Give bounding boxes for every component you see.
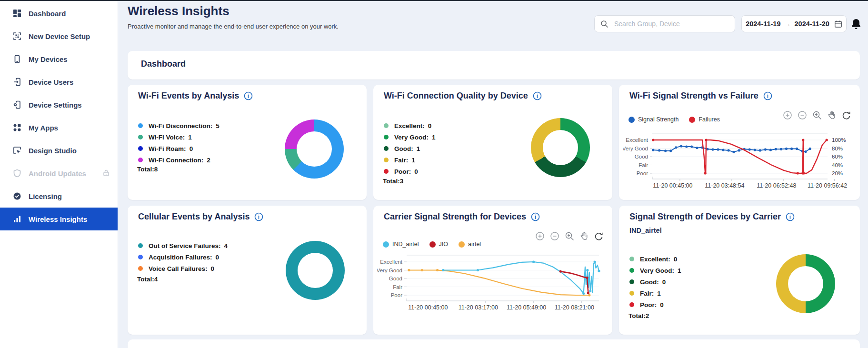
zoom-select-icon[interactable] bbox=[812, 110, 822, 120]
donut-chart-cellular-events[interactable] bbox=[286, 241, 345, 300]
sidebar-item-my-devices[interactable]: My Devices bbox=[0, 48, 118, 70]
search-box[interactable] bbox=[594, 15, 735, 32]
pan-icon[interactable] bbox=[827, 110, 837, 120]
next-section-card-partial bbox=[128, 339, 860, 348]
svg-text:11-20 00:45:00: 11-20 00:45:00 bbox=[408, 304, 448, 311]
series-legend-item[interactable]: Failures bbox=[689, 116, 719, 123]
sidebar-item-label: Design Studio bbox=[29, 147, 77, 155]
zoom-out-icon[interactable] bbox=[798, 110, 807, 120]
sidebar-item-my-apps[interactable]: My Apps bbox=[0, 116, 118, 139]
series-legend-dot bbox=[689, 117, 695, 123]
series-legend-item[interactable]: airtel bbox=[459, 241, 481, 248]
lock-icon bbox=[102, 169, 110, 178]
card-wifi-connection-quality: Wi-Fi Connection Quality by Device Excel… bbox=[373, 85, 612, 200]
info-icon[interactable] bbox=[531, 212, 540, 221]
series-legend-label: JIO bbox=[439, 241, 448, 248]
section-title: Dashboard bbox=[141, 59, 186, 69]
total-label: Total:8 bbox=[137, 166, 158, 173]
series-legend-item[interactable]: Signal Strength bbox=[629, 116, 678, 123]
line-chart-signal-vs-failure[interactable]: Excellent100%Very Good80%Good60%Fair40%P… bbox=[623, 129, 852, 200]
sidebar-item-dashboard[interactable]: Dashboard bbox=[0, 2, 118, 25]
calendar-icon bbox=[834, 20, 842, 28]
legend-dot bbox=[138, 158, 143, 162]
date-to: 2024-11-20 bbox=[795, 20, 829, 28]
pan-icon[interactable] bbox=[579, 231, 589, 241]
legend-value: 1 bbox=[432, 134, 436, 141]
phone-icon bbox=[12, 54, 22, 64]
series-legend-dot bbox=[429, 241, 436, 248]
info-icon[interactable] bbox=[254, 212, 263, 221]
zoom-select-icon[interactable] bbox=[565, 231, 574, 241]
sidebar-item-wireless-insights[interactable]: Wireless Insights bbox=[0, 208, 118, 230]
legend-value: 5 bbox=[216, 122, 219, 129]
design-studio-icon bbox=[12, 146, 22, 155]
date-range-picker[interactable]: 2024-11-19 → 2024-11-20 bbox=[741, 15, 847, 32]
sidebar-item-label: Device Users bbox=[29, 78, 73, 86]
sidebar-item-android-updates[interactable]: Android Updates bbox=[0, 162, 118, 185]
donut-legend: Excellent:0Very Good:1Good:1Fair:1Poor:0 bbox=[384, 120, 436, 177]
card-title: Wi-Fi Signal Strength vs Failure bbox=[629, 91, 758, 101]
apps-icon bbox=[12, 123, 22, 132]
zoom-in-icon[interactable] bbox=[783, 110, 792, 120]
svg-text:Excellent: Excellent bbox=[626, 137, 648, 143]
info-icon[interactable] bbox=[244, 91, 253, 100]
legend-dot bbox=[629, 257, 634, 261]
sidebar: Dashboard New Device Setup My Devices De… bbox=[0, 1, 118, 348]
donut-chart-connection-quality[interactable] bbox=[531, 118, 590, 177]
donut-legend: Out of Service Failures:4Acquisition Fai… bbox=[138, 240, 228, 274]
legend-label: Poor: bbox=[394, 168, 411, 175]
svg-text:Fair: Fair bbox=[639, 162, 648, 168]
card-signal-strength-by-carrier: Signal Strength of Devices by Carrier IN… bbox=[619, 206, 860, 335]
legend-item: Fair:1 bbox=[629, 288, 681, 299]
info-icon[interactable] bbox=[533, 91, 542, 100]
license-badge-icon bbox=[12, 191, 22, 201]
sidebar-item-new-device-setup[interactable]: New Device Setup bbox=[0, 25, 118, 48]
legend-label: Excellent: bbox=[394, 122, 425, 129]
series-legend-label: airtel bbox=[468, 241, 481, 248]
svg-text:11-20 00:45:00: 11-20 00:45:00 bbox=[653, 182, 692, 189]
donut-chart-carrier-signal[interactable] bbox=[776, 254, 835, 313]
chart-toolbar bbox=[535, 231, 604, 241]
sidebar-item-licensing[interactable]: Licensing bbox=[0, 185, 118, 208]
legend-label: Poor: bbox=[640, 301, 657, 308]
search-input[interactable] bbox=[613, 20, 729, 28]
legend-dot bbox=[138, 123, 143, 128]
sidebar-item-label: Wireless Insights bbox=[29, 215, 87, 223]
card-cellular-events-by-analysis: Cellular Events by Analysis Out of Servi… bbox=[128, 206, 367, 335]
card-title: Cellular Events by Analysis bbox=[138, 212, 249, 222]
donut-chart-wifi-events[interactable] bbox=[285, 119, 344, 179]
legend-dot bbox=[384, 135, 389, 139]
device-settings-icon bbox=[12, 100, 22, 109]
legend-dot bbox=[138, 146, 143, 151]
legend-item: Wi-Fi Disconnection:5 bbox=[138, 120, 219, 131]
dashboard-section-bar: Dashboard bbox=[128, 51, 860, 80]
legend-dot bbox=[384, 123, 389, 128]
info-icon[interactable] bbox=[763, 91, 772, 100]
bar-chart-icon bbox=[12, 214, 22, 224]
reset-icon[interactable] bbox=[594, 231, 604, 241]
notification-bell-icon[interactable] bbox=[850, 18, 862, 30]
legend-value: 2 bbox=[207, 157, 210, 164]
series-legend-item[interactable]: JIO bbox=[429, 241, 448, 248]
chart-toolbar bbox=[783, 110, 851, 120]
donut-legend: Wi-Fi Disconnection:5Wi-Fi Voice:1Wi-Fi … bbox=[138, 120, 219, 166]
zoom-in-icon[interactable] bbox=[535, 231, 545, 241]
sidebar-item-design-studio[interactable]: Design Studio bbox=[0, 139, 118, 162]
svg-text:Good: Good bbox=[635, 154, 648, 159]
legend-label: Excellent: bbox=[640, 256, 670, 263]
info-icon[interactable] bbox=[786, 212, 795, 221]
page-title: Wireless Insights bbox=[128, 4, 229, 19]
legend-value: 0 bbox=[674, 256, 678, 263]
svg-text:11-20 03:17:00: 11-20 03:17:00 bbox=[459, 304, 498, 311]
zoom-out-icon[interactable] bbox=[550, 231, 559, 241]
sidebar-item-device-settings[interactable]: Device Settings bbox=[0, 93, 118, 116]
sidebar-item-device-users[interactable]: Device Users bbox=[0, 70, 118, 93]
reset-icon[interactable] bbox=[842, 110, 851, 120]
legend-label: Wi-Fi Connection: bbox=[149, 157, 203, 164]
legend-value: 0 bbox=[414, 168, 418, 175]
line-chart-carrier-signal[interactable]: ExcellentVery GoodGoodFairPoor11-20 00:4… bbox=[377, 250, 607, 322]
svg-text:Very Good: Very Good bbox=[623, 146, 648, 151]
legend-dot bbox=[629, 302, 634, 307]
legend-value: 1 bbox=[417, 145, 420, 152]
series-legend-item[interactable]: IND_airtel bbox=[383, 241, 419, 248]
